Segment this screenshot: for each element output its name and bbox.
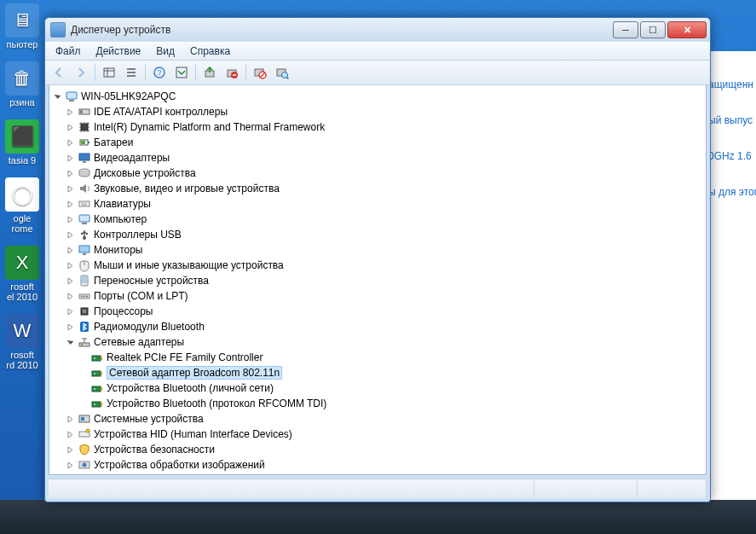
tree-item-label: Устройства обработки изображений bbox=[94, 459, 265, 471]
action-button[interactable] bbox=[171, 62, 192, 83]
svg-rect-12 bbox=[69, 100, 74, 102]
tree-category[interactable]: Компьютер bbox=[51, 212, 706, 227]
menu-вид[interactable]: Вид bbox=[149, 44, 182, 59]
tree-category[interactable]: Порты (COM и LPT) bbox=[51, 288, 706, 304]
maximize-button[interactable]: ☐ bbox=[640, 21, 666, 38]
scan-hardware-button[interactable] bbox=[272, 62, 292, 83]
desktop-shortcut[interactable]: Wrosoft rd 2010 bbox=[0, 314, 44, 370]
update-driver-button[interactable] bbox=[199, 62, 220, 83]
window-title: Диспетчер устройств bbox=[71, 24, 613, 36]
tree-category[interactable]: Устройства обработки изображений bbox=[51, 457, 706, 473]
menubar[interactable]: ФайлДействиеВидСправка bbox=[45, 42, 710, 61]
tree-category[interactable]: Видеоадаптеры bbox=[51, 150, 706, 165]
titlebar[interactable]: Диспетчер устройств ─ ☐ ✕ bbox=[45, 18, 710, 42]
expand-toggle-icon[interactable] bbox=[64, 106, 77, 119]
menu-файл[interactable]: Файл bbox=[49, 44, 88, 59]
close-button[interactable]: ✕ bbox=[667, 21, 707, 38]
desktop-shortcut[interactable]: Xrosoft el 2010 bbox=[0, 246, 44, 302]
tree-device[interactable]: Realtek PCIe FE Family Controller bbox=[51, 350, 706, 365]
nic-icon bbox=[90, 366, 104, 380]
bluetooth-icon bbox=[78, 320, 91, 334]
tree-category[interactable]: Звуковые, видео и игровые устройства bbox=[51, 181, 706, 196]
menu-справка[interactable]: Справка bbox=[183, 44, 237, 59]
svg-rect-31 bbox=[82, 276, 87, 283]
expand-toggle-icon[interactable] bbox=[64, 305, 77, 318]
back-button[interactable] bbox=[49, 62, 69, 83]
desktop-shortcut[interactable]: ⬛tasia 9 bbox=[0, 119, 44, 165]
expand-toggle-icon[interactable] bbox=[64, 413, 77, 426]
expand-toggle-icon[interactable] bbox=[64, 229, 77, 241]
expand-toggle-icon[interactable] bbox=[64, 183, 77, 195]
tree-category[interactable]: Системные устройства bbox=[51, 411, 706, 427]
tree-item-label: Realtek PCIe FE Family Controller bbox=[107, 351, 263, 363]
tree-item-label: Видеоадаптеры bbox=[94, 152, 170, 164]
tree-category[interactable]: Радиомодули Bluetooth bbox=[51, 319, 706, 334]
tree-device[interactable]: Устройство Bluetooth (протокол RFCOMM TD… bbox=[51, 396, 706, 411]
expand-toggle-icon[interactable] bbox=[64, 428, 77, 441]
tree-category[interactable]: Устройства HID (Human Interface Devices) bbox=[51, 427, 706, 442]
tree-root[interactable]: WIN-05LHK92APQC bbox=[51, 89, 706, 104]
tree-item-label: Радиомодули Bluetooth bbox=[94, 321, 205, 333]
expand-toggle-icon[interactable] bbox=[51, 90, 64, 103]
taskbar-fragment[interactable] bbox=[0, 500, 756, 534]
tree-item-label: Сетевые адаптеры bbox=[94, 336, 184, 348]
expand-toggle-icon[interactable] bbox=[64, 198, 77, 211]
svg-point-58 bbox=[83, 463, 87, 467]
background-text-fragments: ащищенный выпус0GHz 1.6ы для этог bbox=[705, 51, 756, 500]
tree-category[interactable]: Устройства безопасности bbox=[51, 442, 706, 457]
tree-category[interactable]: Мониторы bbox=[51, 242, 706, 258]
expand-toggle-icon[interactable] bbox=[64, 244, 77, 257]
tree-category[interactable]: Клавиатуры bbox=[51, 196, 706, 212]
mouse-icon bbox=[78, 258, 91, 272]
svg-rect-23 bbox=[79, 215, 89, 222]
tree-category[interactable]: Мыши и иные указывающие устройства bbox=[51, 258, 706, 273]
tree-device[interactable]: Устройства Bluetooth (личной сети) bbox=[51, 380, 706, 396]
svg-rect-50 bbox=[92, 402, 101, 407]
svg-rect-18 bbox=[81, 141, 85, 144]
tree-category[interactable]: Переносные устройства bbox=[51, 273, 706, 288]
tree-category[interactable]: Контроллеры USB bbox=[51, 227, 706, 242]
expand-toggle-icon[interactable] bbox=[64, 444, 77, 456]
uninstall-button[interactable] bbox=[222, 62, 242, 83]
tree-content-area[interactable]: WIN-05LHK92APQCIDE ATA/ATAPI контроллеры… bbox=[49, 85, 707, 475]
expand-toggle-icon[interactable] bbox=[64, 459, 77, 472]
expand-toggle-icon[interactable] bbox=[64, 136, 77, 149]
tree-category[interactable]: Сетевые адаптеры bbox=[51, 334, 706, 350]
tree-item-label: Звуковые, видео и игровые устройства bbox=[94, 183, 280, 194]
svg-rect-54 bbox=[81, 417, 84, 421]
tree-category[interactable]: Батареи bbox=[51, 135, 706, 150]
tree-category[interactable]: Процессоры bbox=[51, 304, 706, 319]
detail-view-button[interactable] bbox=[99, 62, 119, 83]
expand-toggle-icon[interactable] bbox=[64, 213, 77, 226]
tree-item-label: Системные устройства bbox=[94, 413, 204, 425]
tree-category[interactable]: Дисковые устройства bbox=[51, 165, 706, 181]
desktop-shortcut[interactable]: ◯ogle rome bbox=[0, 177, 44, 234]
expand-toggle-icon[interactable] bbox=[64, 167, 77, 180]
svg-text:?: ? bbox=[157, 68, 161, 77]
forward-button[interactable] bbox=[71, 62, 91, 83]
list-view-button[interactable] bbox=[121, 62, 141, 83]
help-button[interactable]: ? bbox=[149, 62, 170, 83]
expand-toggle-icon[interactable] bbox=[64, 275, 77, 287]
tree-category[interactable]: IDE ATA/ATAPI контроллеры bbox=[51, 104, 706, 119]
computer-icon bbox=[78, 212, 91, 226]
desktop-shortcut[interactable]: 🗑рзина bbox=[0, 61, 44, 107]
tree-item-label: Сетевой адаптер Broadcom 802.11n bbox=[107, 366, 282, 380]
tree-item-label: Устройства безопасности bbox=[94, 444, 215, 456]
expand-toggle-icon[interactable] bbox=[64, 152, 77, 165]
minimize-button[interactable]: ─ bbox=[613, 21, 638, 38]
tree-category[interactable]: Intel(R) Dynamic Platform and Thermal Fr… bbox=[51, 119, 706, 135]
expand-toggle-icon[interactable] bbox=[64, 121, 77, 134]
monitor-icon bbox=[78, 243, 91, 257]
svg-rect-27 bbox=[86, 233, 88, 235]
menu-действие[interactable]: Действие bbox=[89, 44, 148, 59]
tree-item-label: Дисковые устройства bbox=[94, 167, 196, 179]
expand-toggle-icon[interactable] bbox=[64, 321, 77, 334]
expand-toggle-icon[interactable] bbox=[64, 336, 77, 349]
expand-toggle-icon[interactable] bbox=[64, 259, 77, 272]
disable-button[interactable] bbox=[250, 62, 270, 83]
expand-toggle-icon[interactable] bbox=[64, 290, 77, 303]
device-tree[interactable]: WIN-05LHK92APQCIDE ATA/ATAPI контроллеры… bbox=[49, 85, 706, 475]
desktop-shortcut[interactable]: 🖥пьютер bbox=[0, 3, 44, 49]
tree-device[interactable]: Сетевой адаптер Broadcom 802.11n bbox=[51, 365, 706, 380]
